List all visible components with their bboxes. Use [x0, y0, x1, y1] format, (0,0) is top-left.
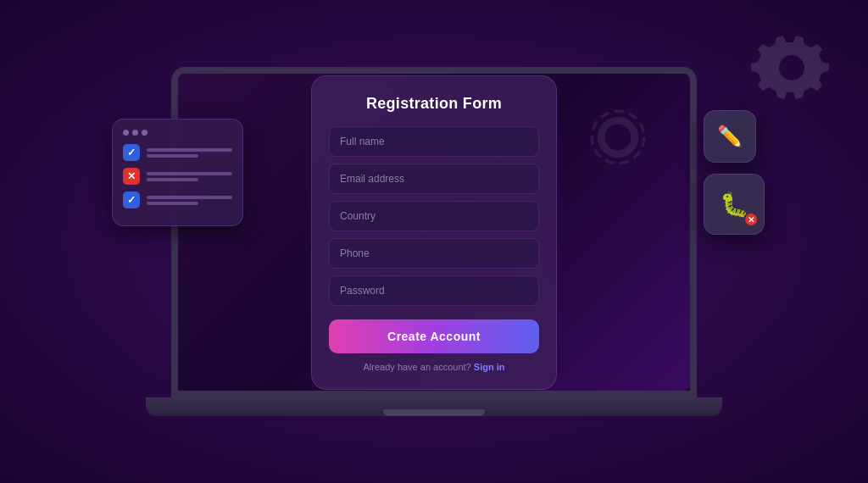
gear-decoration — [749, 25, 834, 110]
create-account-button[interactable]: Create Account — [329, 319, 539, 353]
line — [147, 172, 232, 175]
laptop-container: ✓ ✕ ✓ — [137, 51, 731, 432]
line-short — [147, 178, 198, 181]
dot-2 — [132, 130, 138, 136]
checklist-card: ✓ ✕ ✓ — [112, 119, 243, 226]
checkbox-green-2: ✓ — [123, 192, 140, 208]
checkbox-red: ✕ — [123, 168, 140, 185]
laptop-base — [146, 397, 722, 416]
item-lines-3 — [147, 196, 232, 205]
checklist-item-3: ✓ — [123, 192, 232, 208]
checkbox-green-1: ✓ — [123, 144, 140, 161]
fullname-input[interactable] — [329, 126, 539, 157]
checklist-item-1: ✓ — [123, 144, 232, 161]
edit-card[interactable]: ✏️ — [704, 110, 756, 163]
item-lines-1 — [147, 148, 232, 158]
signin-link[interactable]: Sign in — [474, 362, 505, 372]
password-input[interactable] — [329, 275, 539, 306]
dot-1 — [123, 130, 129, 136]
item-lines-2 — [147, 172, 232, 181]
signin-prompt: Already have an account? Sign in — [329, 362, 539, 372]
bug-error-badge: ✕ — [743, 212, 759, 227]
phone-input[interactable] — [329, 238, 539, 269]
registration-form-card: Registration Form Create Account Already… — [311, 75, 557, 390]
signin-prompt-text: Already have an account? — [364, 362, 471, 372]
line-short — [147, 154, 198, 158]
line-short — [147, 202, 198, 205]
form-title: Registration Form — [329, 95, 539, 113]
gear-watermark — [571, 91, 665, 184]
window-dots — [123, 130, 232, 136]
country-input[interactable] — [329, 201, 539, 231]
line — [147, 148, 232, 152]
email-input[interactable] — [329, 164, 539, 194]
bug-card[interactable]: 🐛 ✕ — [704, 174, 765, 235]
line — [147, 196, 232, 199]
laptop-screen-inner: Registration Form Create Account Already… — [178, 74, 690, 391]
checklist-item-2: ✕ — [123, 168, 232, 185]
pencil-icon: ✏️ — [717, 125, 743, 148]
svg-point-0 — [601, 120, 635, 154]
dot-3 — [142, 130, 147, 136]
laptop-screen: Registration Form Create Account Already… — [171, 67, 697, 397]
